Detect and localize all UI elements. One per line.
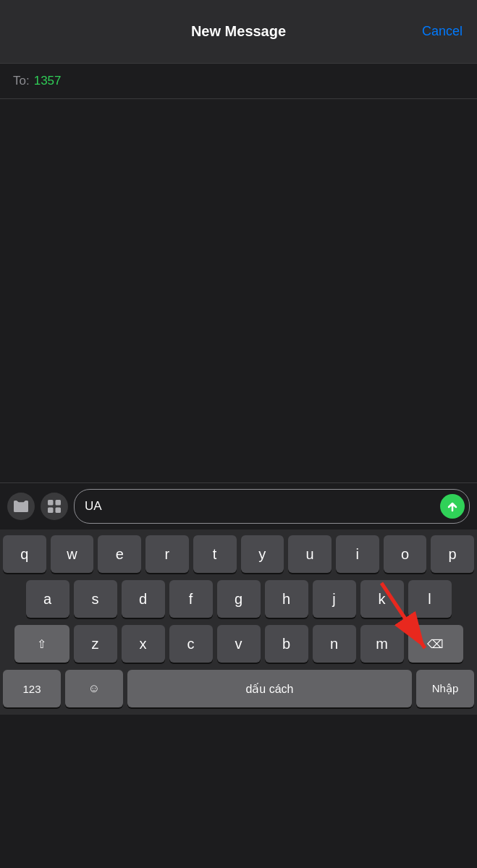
- to-label: To:: [13, 74, 30, 88]
- key-f[interactable]: f: [169, 580, 213, 618]
- send-icon: [446, 500, 459, 513]
- appstore-button[interactable]: [41, 493, 68, 520]
- keyboard-row-1: q w e r t y u i o p: [3, 535, 474, 573]
- key-emoji[interactable]: ☺: [65, 670, 123, 707]
- key-v[interactable]: v: [217, 625, 261, 663]
- key-p[interactable]: p: [431, 535, 474, 573]
- key-q[interactable]: q: [3, 535, 46, 573]
- svg-rect-5: [56, 508, 62, 514]
- key-m[interactable]: m: [360, 625, 404, 663]
- camera-button[interactable]: [7, 493, 35, 520]
- key-r[interactable]: r: [145, 535, 189, 573]
- key-a[interactable]: a: [26, 580, 69, 618]
- key-t[interactable]: t: [193, 535, 237, 573]
- key-k[interactable]: k: [360, 580, 404, 618]
- to-field[interactable]: To: 1357: [0, 64, 477, 99]
- svg-rect-4: [48, 508, 54, 514]
- input-row: [0, 482, 477, 529]
- key-delete[interactable]: ⌫: [408, 625, 463, 663]
- send-button[interactable]: [440, 494, 465, 519]
- recipient-number: 1357: [34, 74, 62, 88]
- key-s[interactable]: s: [74, 580, 117, 618]
- key-l[interactable]: l: [408, 580, 452, 618]
- key-j[interactable]: j: [313, 580, 356, 618]
- keyboard: q w e r t y u i o p a s d f g h j k l ⇧ …: [0, 529, 477, 715]
- svg-rect-2: [48, 500, 54, 506]
- key-123[interactable]: 123: [3, 670, 61, 707]
- key-return[interactable]: Nhập: [416, 670, 474, 707]
- key-i[interactable]: i: [336, 535, 379, 573]
- key-e[interactable]: e: [98, 535, 141, 573]
- message-input[interactable]: [85, 499, 440, 514]
- key-u[interactable]: u: [288, 535, 332, 573]
- keyboard-row-bottom: 123 ☺ dấu cách Nhập: [3, 670, 474, 707]
- cancel-button[interactable]: Cancel: [422, 24, 463, 39]
- key-c[interactable]: c: [169, 625, 213, 663]
- camera-icon: [13, 499, 29, 514]
- key-w[interactable]: w: [51, 535, 94, 573]
- key-space[interactable]: dấu cách: [127, 670, 412, 707]
- key-o[interactable]: o: [384, 535, 427, 573]
- key-y[interactable]: y: [241, 535, 284, 573]
- svg-rect-3: [56, 500, 62, 506]
- key-h[interactable]: h: [265, 580, 308, 618]
- keyboard-row-2: a s d f g h j k l: [3, 580, 474, 618]
- message-area[interactable]: [0, 99, 477, 482]
- key-x[interactable]: x: [122, 625, 165, 663]
- key-b[interactable]: b: [265, 625, 308, 663]
- key-g[interactable]: g: [217, 580, 261, 618]
- key-shift[interactable]: ⇧: [14, 625, 69, 663]
- message-input-wrap[interactable]: [74, 489, 470, 524]
- key-z[interactable]: z: [74, 625, 117, 663]
- key-n[interactable]: n: [313, 625, 356, 663]
- appstore-icon: [46, 498, 62, 514]
- header: New Message Cancel: [0, 0, 477, 64]
- keyboard-row-3: ⇧ z x c v b n m ⌫: [3, 625, 474, 663]
- page-title: New Message: [191, 23, 286, 40]
- key-d[interactable]: d: [122, 580, 165, 618]
